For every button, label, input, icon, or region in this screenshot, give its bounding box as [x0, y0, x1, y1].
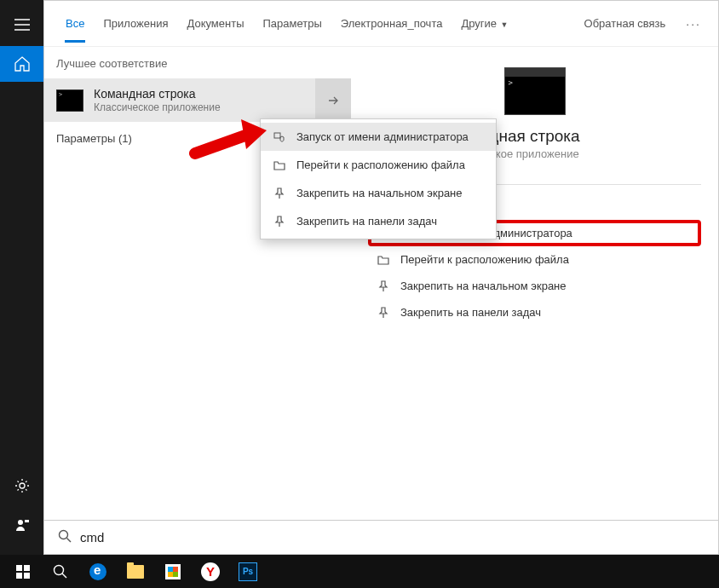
tab-email[interactable]: Электронная_почта	[331, 5, 452, 42]
pin-start-icon	[377, 280, 390, 292]
svg-rect-10	[24, 573, 30, 579]
ctx-location-label: Перейти к расположению файла	[296, 159, 465, 171]
action-location-label: Перейти к расположению файла	[400, 253, 569, 266]
ctx-pin-start[interactable]: Закрепить на начальном экране	[261, 179, 496, 207]
tab-all[interactable]: Все	[56, 5, 94, 42]
ctx-run-admin-label: Запуск от имени администратора	[296, 130, 469, 143]
svg-rect-2	[25, 520, 29, 522]
preview-subtitle: ское приложение	[490, 147, 578, 160]
action-pin-start[interactable]: Закрепить на начальном экране	[368, 273, 701, 299]
cmd-icon	[56, 89, 83, 112]
taskbar-search-button[interactable]	[43, 555, 78, 588]
ctx-open-file-location[interactable]: Перейти к расположению файла	[261, 151, 496, 179]
start-sidebar	[0, 0, 43, 555]
pin-start-icon	[273, 187, 286, 199]
search-icon	[58, 529, 72, 546]
start-menu-search-window: Все Приложения Документы Параметры Элект…	[0, 0, 719, 588]
feedback-link[interactable]: Обратная связь	[584, 17, 666, 30]
svg-point-6	[60, 530, 68, 539]
tab-other[interactable]: Другие ▼	[452, 5, 517, 42]
tab-apps[interactable]: Приложения	[94, 5, 177, 42]
svg-rect-9	[16, 573, 22, 579]
search-query-text: cmd	[80, 530, 104, 545]
tab-settings[interactable]: Параметры	[253, 5, 331, 42]
action-pin-taskbar[interactable]: Закрепить на панели задач	[368, 299, 701, 326]
pin-taskbar-icon	[377, 307, 390, 319]
annotation-red-arrow	[188, 107, 273, 166]
chevron-down-icon: ▼	[498, 20, 508, 29]
search-input-bar[interactable]: cmd	[43, 521, 719, 555]
svg-rect-7	[16, 565, 22, 571]
action-pin-taskbar-label: Закрепить на панели задач	[400, 306, 541, 319]
taskbar-store-button[interactable]	[155, 555, 191, 588]
settings-gear-button[interactable]	[0, 468, 43, 504]
home-button[interactable]	[0, 46, 43, 82]
yandex-icon: Y	[201, 562, 220, 581]
tab-documents[interactable]: Документы	[177, 5, 253, 42]
ctx-pin-start-label: Закрепить на начальном экране	[296, 187, 463, 199]
taskbar-photoshop-button[interactable]: Ps	[230, 555, 266, 588]
start-button[interactable]	[5, 555, 41, 588]
taskbar-edge-button[interactable]	[80, 555, 116, 588]
taskbar-explorer-button[interactable]	[118, 555, 153, 588]
pin-taskbar-icon	[273, 216, 286, 228]
more-options-button[interactable]: ···	[681, 17, 706, 31]
tab-other-label: Другие	[461, 17, 497, 30]
folder-location-icon	[273, 159, 286, 171]
svg-point-0	[20, 483, 25, 488]
folder-icon	[127, 565, 144, 579]
photoshop-icon: Ps	[239, 562, 257, 581]
ctx-run-as-admin[interactable]: Запуск от имени администратора	[261, 123, 496, 151]
search-results-panel: Все Приложения Документы Параметры Элект…	[43, 0, 719, 521]
ctx-pin-taskbar-label: Закрепить на панели задач	[296, 215, 437, 228]
hamburger-menu-button[interactable]	[0, 7, 43, 43]
filter-tabs-row: Все Приложения Документы Параметры Элект…	[44, 1, 718, 47]
shield-admin-icon	[273, 131, 286, 143]
context-menu: Запуск от имени администратора Перейти к…	[260, 118, 497, 239]
action-pin-start-label: Закрепить на начальном экране	[400, 280, 567, 292]
result-title: Командная строка	[94, 87, 339, 101]
svg-rect-5	[274, 133, 280, 138]
svg-point-11	[55, 565, 64, 574]
preview-cmd-icon	[504, 67, 566, 115]
preview-title: дная строка	[489, 127, 579, 146]
taskbar: Y Ps	[0, 555, 719, 588]
expand-arrow-button[interactable]	[315, 78, 351, 123]
store-icon	[165, 564, 181, 579]
ctx-pin-taskbar[interactable]: Закрепить на панели задач	[261, 207, 496, 235]
user-account-button[interactable]	[0, 507, 43, 543]
edge-icon	[89, 563, 106, 580]
svg-rect-8	[24, 565, 30, 571]
best-match-label: Лучшее соответствие	[44, 47, 351, 78]
svg-point-1	[18, 520, 23, 525]
folder-location-icon	[377, 254, 390, 266]
action-open-file-location[interactable]: Перейти к расположению файла	[368, 246, 701, 273]
taskbar-yandex-button[interactable]: Y	[193, 555, 228, 588]
